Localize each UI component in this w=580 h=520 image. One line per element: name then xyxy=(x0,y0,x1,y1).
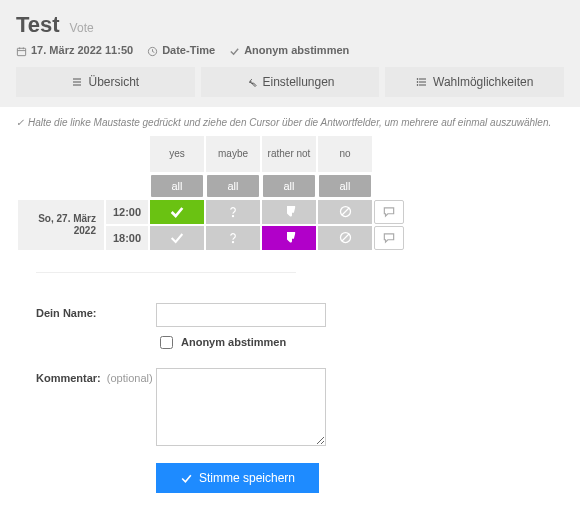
page-title: Test xyxy=(16,12,60,38)
comment-button[interactable] xyxy=(374,200,404,224)
clock-icon xyxy=(147,44,158,57)
vote-maybe-button[interactable] xyxy=(206,226,260,250)
svg-line-18 xyxy=(341,208,349,216)
check-icon xyxy=(180,471,193,485)
meta-anon: Anonym abstimmen xyxy=(229,44,349,57)
all-yes-button[interactable]: all xyxy=(151,175,203,197)
meta-date: 17. März 2022 11:50 xyxy=(16,44,133,57)
meta-anon-text: Anonym abstimmen xyxy=(244,44,349,56)
tab-settings-label: Einstellungen xyxy=(262,75,334,89)
time-cell: 12:00 xyxy=(106,200,148,224)
vote-form: Dein Name: Anonym abstimmen Kommentar:(o… xyxy=(0,303,580,509)
vote-rather-not-button[interactable] xyxy=(262,226,316,250)
tab-overview-label: Übersicht xyxy=(88,75,139,89)
svg-line-6 xyxy=(153,51,155,52)
drag-hint: ✓ Halte die linke Maustaste gedrückt und… xyxy=(0,107,580,134)
vote-yes-button[interactable] xyxy=(150,200,204,224)
wrench-icon xyxy=(245,75,257,89)
tab-options-label: Wahlmöglichkeiten xyxy=(433,75,533,89)
svg-rect-0 xyxy=(17,48,25,55)
svg-point-13 xyxy=(417,79,418,80)
svg-point-14 xyxy=(417,82,418,83)
page-subtitle: Vote xyxy=(70,21,94,35)
menu-icon xyxy=(416,75,428,89)
save-button[interactable]: Stimme speichern xyxy=(156,463,319,493)
date-cell: So, 27. März 2022 xyxy=(18,200,104,250)
col-no: no xyxy=(318,136,372,172)
check-icon: ✓ xyxy=(16,117,24,128)
save-button-label: Stimme speichern xyxy=(199,471,295,485)
check-icon xyxy=(229,44,240,57)
comment-label: Kommentar:(optional) xyxy=(36,368,156,384)
vote-no-button[interactable] xyxy=(318,200,372,224)
list-icon xyxy=(71,75,83,89)
vote-rather-not-button[interactable] xyxy=(262,200,316,224)
col-rather-not: rather not xyxy=(262,136,316,172)
meta-row: 17. März 2022 11:50 Date-Time Anonym abs… xyxy=(16,44,564,57)
svg-point-15 xyxy=(417,85,418,86)
header: Test Vote 17. März 2022 11:50 Date-Time … xyxy=(0,0,580,107)
calendar-icon xyxy=(16,44,27,57)
col-maybe: maybe xyxy=(206,136,260,172)
svg-line-21 xyxy=(341,234,349,242)
vote-no-button[interactable] xyxy=(318,226,372,250)
all-rather-not-button[interactable]: all xyxy=(263,175,315,197)
all-maybe-button[interactable]: all xyxy=(207,175,259,197)
vote-maybe-button[interactable] xyxy=(206,200,260,224)
comment-input[interactable] xyxy=(156,368,326,446)
table-row: So, 27. März 2022 12:00 xyxy=(18,200,404,224)
name-input[interactable] xyxy=(156,303,326,327)
name-label: Dein Name: xyxy=(36,303,156,319)
meta-type: Date-Time xyxy=(147,44,215,57)
divider xyxy=(36,272,296,273)
time-cell: 18:00 xyxy=(106,226,148,250)
comment-button[interactable] xyxy=(374,226,404,250)
drag-hint-text: Halte die linke Maustaste gedrückt und z… xyxy=(28,117,551,128)
tab-options[interactable]: Wahlmöglichkeiten xyxy=(385,67,564,97)
vote-yes-button[interactable] xyxy=(150,226,204,250)
tabs: Übersicht Einstellungen Wahlmöglichkeite… xyxy=(16,67,564,97)
meta-type-text: Date-Time xyxy=(162,44,215,56)
meta-date-text: 17. März 2022 11:50 xyxy=(31,44,133,56)
col-yes: yes xyxy=(150,136,204,172)
vote-grid: yes maybe rather not no all all all all … xyxy=(16,134,406,252)
anon-checkbox[interactable] xyxy=(160,336,173,349)
svg-point-16 xyxy=(232,216,233,217)
tab-settings[interactable]: Einstellungen xyxy=(201,67,380,97)
tab-overview[interactable]: Übersicht xyxy=(16,67,195,97)
all-no-button[interactable]: all xyxy=(319,175,371,197)
anon-checkbox-label: Anonym abstimmen xyxy=(181,336,286,348)
svg-point-19 xyxy=(232,242,233,243)
